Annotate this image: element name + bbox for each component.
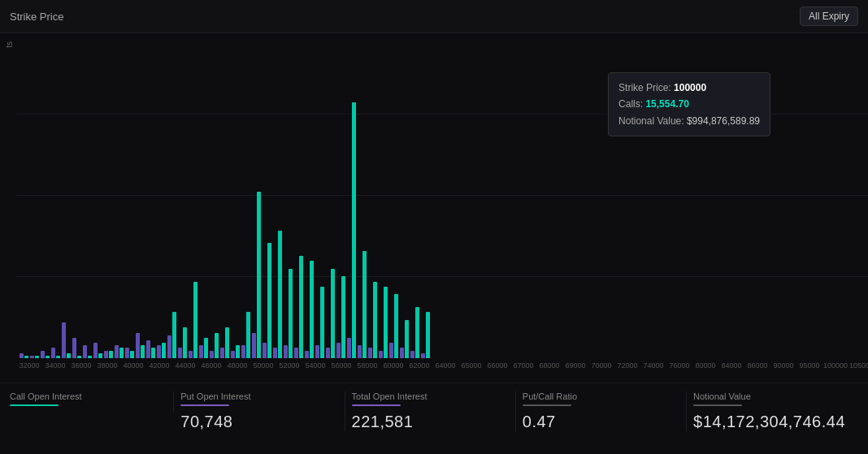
put-bar xyxy=(336,343,341,358)
bar-group xyxy=(199,338,208,358)
x-axis-label: 74000 xyxy=(640,358,666,370)
bar-group xyxy=(294,256,303,358)
put-bar xyxy=(368,348,372,358)
x-axis-label: 69000 xyxy=(562,358,588,370)
x-axis-label: 64000 xyxy=(432,358,458,370)
stat-value: $14,172,304,746.44 xyxy=(693,413,845,431)
x-axis-label: 86000 xyxy=(744,358,770,370)
call-bar xyxy=(193,282,197,358)
call-bar xyxy=(215,333,219,358)
call-bar xyxy=(119,348,124,358)
call-bar xyxy=(183,327,187,358)
put-bar xyxy=(241,345,245,358)
y-axis-label: ts xyxy=(5,41,14,48)
x-axis-label: 76000 xyxy=(666,358,692,370)
x-axis-label: 44000 xyxy=(172,358,198,370)
call-bar xyxy=(362,251,367,358)
x-axis-label: 50000 xyxy=(250,358,276,370)
x-axis-label: 52000 xyxy=(276,358,302,370)
x-axis-label: 65000 xyxy=(458,358,484,370)
bar-group xyxy=(347,102,356,358)
call-bar xyxy=(257,192,261,358)
call-bar xyxy=(384,287,388,358)
stat-label: Put/Call Ratio xyxy=(523,391,673,401)
call-bar xyxy=(109,351,113,358)
bar-group xyxy=(146,340,155,358)
bar-group xyxy=(326,269,335,358)
x-axis-label: 90000 xyxy=(770,358,796,370)
x-axis-label: 95000 xyxy=(796,358,822,370)
bar-group xyxy=(368,282,377,358)
tooltip-notional-label: Notional Value: xyxy=(618,115,684,127)
x-axis-label: 60000 xyxy=(380,358,406,370)
expiry-button[interactable]: All Expiry xyxy=(800,6,858,26)
stat-item-notional: Notional Value$14,172,304,746.44 xyxy=(687,391,858,431)
x-axis-label: 42000 xyxy=(146,358,172,370)
tooltip-strike-value: 100000 xyxy=(674,82,706,93)
tooltip-notional-value: $994,876,589.89 xyxy=(687,115,760,127)
x-axis-label: 105000 xyxy=(848,358,868,370)
bar-group xyxy=(273,231,282,358)
put-bar xyxy=(220,348,224,358)
x-axis-label: 36000 xyxy=(68,358,94,370)
bar-group xyxy=(167,312,176,358)
put-bar xyxy=(41,351,45,358)
call-bar xyxy=(246,312,250,358)
bar-group xyxy=(136,333,145,358)
put-bar xyxy=(273,348,277,358)
put-bar xyxy=(263,343,267,358)
bar-group xyxy=(41,351,50,358)
stat-underline xyxy=(10,404,59,406)
bar-group xyxy=(125,348,134,358)
put-bar xyxy=(199,345,203,358)
stat-label: Notional Value xyxy=(693,391,845,401)
call-bar xyxy=(151,348,155,358)
page-title: Strike Price xyxy=(10,11,63,23)
put-bar xyxy=(389,343,393,358)
x-axis-label: 72000 xyxy=(614,358,640,370)
call-bar xyxy=(278,231,282,358)
x-axis-label: 62000 xyxy=(406,358,432,370)
x-axis-label: 48000 xyxy=(224,358,250,370)
tooltip-strike-label: Strike Price: xyxy=(618,82,671,93)
bar-group xyxy=(400,320,409,358)
put-bar xyxy=(62,322,66,358)
put-bar xyxy=(125,348,129,358)
stat-value: 70,748 xyxy=(180,413,331,431)
bar-group xyxy=(358,251,367,358)
bar-group xyxy=(115,345,124,358)
put-bar xyxy=(305,351,309,358)
put-bar xyxy=(347,338,351,358)
call-bar xyxy=(236,345,240,358)
put-bar xyxy=(146,340,150,358)
bar-group xyxy=(284,269,293,358)
bar-group xyxy=(241,312,250,358)
bar-group xyxy=(421,312,430,358)
put-bar xyxy=(72,338,76,358)
bar-group xyxy=(379,287,388,358)
bar-group xyxy=(210,333,219,358)
bar-group xyxy=(104,351,113,358)
call-bar xyxy=(426,312,430,358)
put-bar xyxy=(400,348,404,358)
tooltip-calls-label: Calls: xyxy=(618,98,643,110)
put-bar xyxy=(157,345,161,358)
chart-area: ts Strike Price: 100000 Calls: 15,554.70… xyxy=(0,33,868,383)
bar-group xyxy=(93,343,102,358)
call-bar xyxy=(172,312,176,358)
bar-group xyxy=(252,192,261,358)
stat-label: Call Open Interest xyxy=(10,391,160,401)
put-bar xyxy=(115,345,119,358)
bar-group xyxy=(178,327,187,358)
x-axis-label: 38000 xyxy=(94,358,120,370)
stat-item-call-oi: Call Open Interest xyxy=(10,391,174,413)
put-bar xyxy=(210,351,214,358)
bar-group xyxy=(157,343,166,358)
bar-group xyxy=(62,322,71,358)
call-bar xyxy=(267,243,271,358)
x-axis-label: 100000 xyxy=(822,358,848,370)
put-bar xyxy=(358,345,362,358)
bar-group xyxy=(315,287,324,358)
bar-group xyxy=(83,345,92,358)
bar-group xyxy=(305,261,314,358)
